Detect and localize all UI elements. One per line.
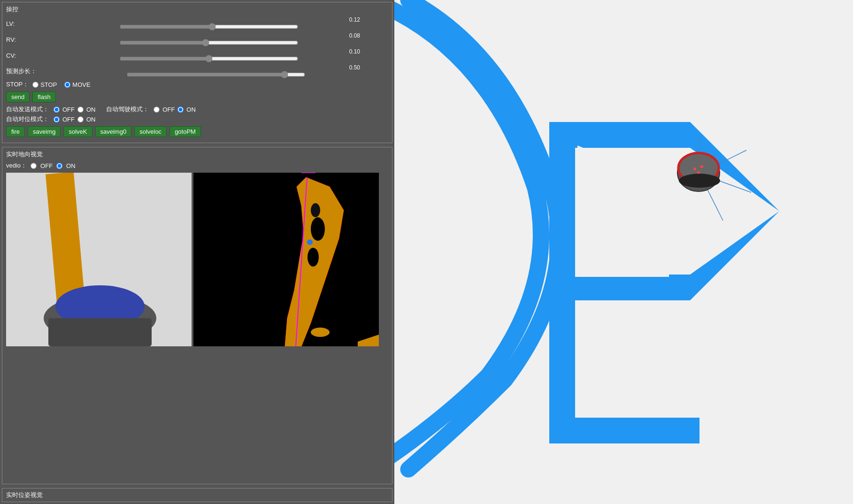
predict-row: 预测步长： 0.50 <box>6 64 388 78</box>
camera-frame <box>6 173 192 346</box>
stop-move-row: STOP： STOP MOVE <box>6 80 388 89</box>
predict-label: 预测步长： <box>6 67 44 76</box>
move-radio[interactable] <box>64 82 70 88</box>
vedio-on-radio[interactable] <box>56 163 62 169</box>
vedio-on-label[interactable]: ON <box>66 162 76 169</box>
vedio-off-radio[interactable] <box>31 163 37 169</box>
svg-point-31 <box>700 165 703 168</box>
vedio-label: vedio： <box>6 161 27 170</box>
auto-drive-off-label[interactable]: OFF <box>162 106 175 113</box>
predict-slider-container: 0.50 <box>44 64 388 78</box>
auto-send-on-label[interactable]: ON <box>86 106 96 113</box>
scene-container <box>394 0 853 504</box>
auto-drive-off-radio[interactable] <box>154 107 160 113</box>
saveimg0-button[interactable]: saveimg0 <box>95 126 132 137</box>
cv-slider-container: 0.10 <box>30 48 388 62</box>
gotopm-button[interactable]: gotoPM <box>169 126 201 137</box>
rv-row: RV: 0.08 <box>6 32 388 46</box>
saveimg-button[interactable]: saveimg <box>28 126 61 137</box>
svg-rect-4 <box>48 318 152 346</box>
video-title: 实时地向视觉 <box>6 150 388 159</box>
video-section: 实时地向视觉 vedio： OFF ON <box>2 147 392 484</box>
svg-rect-22 <box>549 418 699 443</box>
scene-svg <box>394 0 853 504</box>
bottom-section: 实时位姿视觉 <box>2 488 392 502</box>
processed-view <box>193 173 379 346</box>
svg-rect-5 <box>193 173 379 346</box>
auto-pos-label: 自动对位模式： <box>6 115 49 123</box>
control-section: 操控 LV: 0.12 RV: 0.08 CV: 0.10 <box>2 2 392 143</box>
rv-label: RV: <box>6 36 30 43</box>
vedio-off-label[interactable]: OFF <box>40 162 53 169</box>
rv-slider-container: 0.08 <box>30 32 388 46</box>
auto-pos-on-label[interactable]: ON <box>86 116 96 123</box>
svg-point-12 <box>311 328 330 337</box>
auto-drive-on-radio[interactable] <box>177 107 184 113</box>
lv-row: LV: 0.12 <box>6 16 388 31</box>
solvek-button[interactable]: solveK <box>63 126 92 137</box>
bottom-label: 实时位姿视觉 <box>6 491 43 499</box>
svg-point-7 <box>311 217 325 241</box>
auto-pos-off-radio[interactable] <box>54 116 60 122</box>
svg-point-33 <box>679 174 720 188</box>
auto-send-row: 自动发送模式： OFF ON 自动驾驶模式： OFF ON <box>6 105 388 114</box>
right-panel <box>394 0 853 504</box>
svg-point-11 <box>307 239 313 245</box>
auto-pos-off-label[interactable]: OFF <box>62 116 75 123</box>
svg-point-8 <box>307 248 319 267</box>
flash-button[interactable]: flash <box>32 92 55 102</box>
predict-slider[interactable] <box>127 71 305 78</box>
auto-drive-label: 自动驾驶模式： <box>106 105 149 114</box>
move-radio-group: MOVE <box>64 81 90 88</box>
send-button[interactable]: send <box>6 92 30 102</box>
cv-slider[interactable] <box>120 55 298 62</box>
rv-slider[interactable] <box>120 39 298 46</box>
video-frames <box>6 173 388 346</box>
auto-send-on-radio[interactable] <box>77 107 84 113</box>
auto-drive-on-label[interactable]: ON <box>186 106 196 113</box>
cv-row: CV: 0.10 <box>6 48 388 62</box>
stop-option-label[interactable]: STOP <box>40 81 57 88</box>
predict-value: 0.50 <box>349 64 360 71</box>
svg-point-9 <box>311 203 320 217</box>
camera-view <box>6 173 192 346</box>
svg-point-30 <box>693 168 696 170</box>
send-flash-row: send flash <box>6 92 388 102</box>
lv-value: 0.12 <box>349 16 360 23</box>
video-controls: vedio： OFF ON <box>6 161 388 170</box>
lv-slider-container: 0.12 <box>30 16 388 31</box>
stop-radio-group: STOP <box>32 81 57 88</box>
control-title: 操控 <box>6 5 388 14</box>
auto-send-off-radio[interactable] <box>54 107 60 113</box>
auto-pos-on-radio[interactable] <box>77 116 84 122</box>
auto-send-off-label[interactable]: OFF <box>62 106 75 113</box>
svg-rect-18 <box>549 122 575 300</box>
svg-rect-20 <box>575 148 669 277</box>
stop-label: STOP： <box>6 80 29 89</box>
processed-svg <box>193 173 379 346</box>
fire-button[interactable]: fire <box>6 126 25 137</box>
cv-value: 0.10 <box>349 48 360 55</box>
lv-slider[interactable] <box>120 23 298 31</box>
stop-radio[interactable] <box>32 82 38 88</box>
camera-svg <box>6 173 192 346</box>
move-option-label[interactable]: MOVE <box>72 81 90 88</box>
auto-send-label: 自动发送模式： <box>6 105 49 114</box>
rv-value: 0.08 <box>349 32 360 39</box>
lv-label: LV: <box>6 20 30 27</box>
auto-pos-row: 自动对位模式： OFF ON <box>6 115 388 123</box>
action-btn-row: fire saveimg solveK saveimg0 solveloc go… <box>6 126 388 137</box>
solveloc-button[interactable]: solveloc <box>134 126 167 137</box>
left-panel: 操控 LV: 0.12 RV: 0.08 CV: 0.10 <box>0 0 394 504</box>
processed-frame <box>193 173 379 346</box>
cv-label: CV: <box>6 52 30 59</box>
